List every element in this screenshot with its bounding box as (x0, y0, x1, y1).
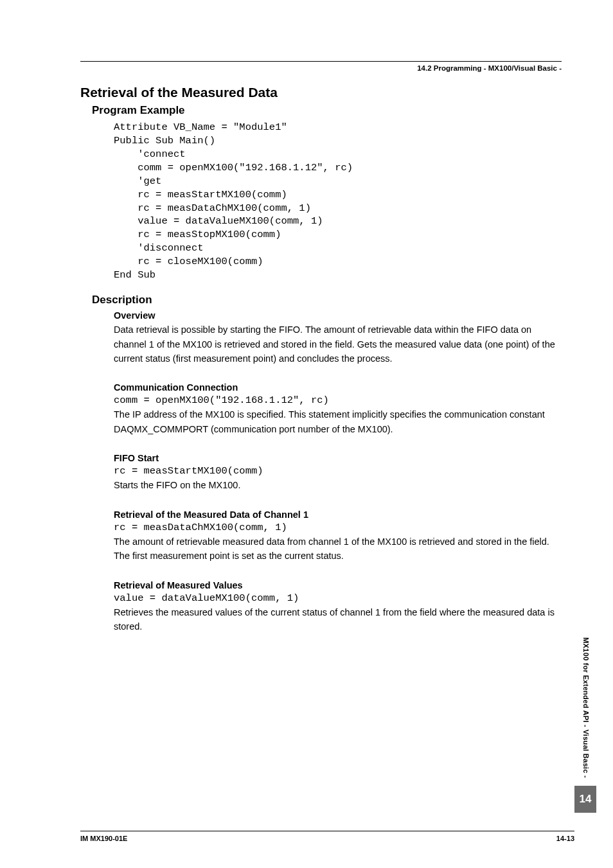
page-title: Retrieval of the Measured Data (80, 85, 562, 100)
section-body: Data retrieval is possible by starting t… (114, 323, 562, 366)
section-retrieval-channel-1: Retrieval of the Measured Data of Channe… (114, 509, 562, 563)
section-title: FIFO Start (114, 453, 562, 463)
description-heading: Description (92, 294, 562, 306)
page-footer: IM MX190-01E 14-13 (80, 831, 574, 842)
header-rule (80, 61, 562, 62)
section-title: Retrieval of Measured Values (114, 580, 562, 590)
section-title: Retrieval of the Measured Data of Channe… (114, 509, 562, 520)
footer-page-number: 14-13 (556, 835, 574, 842)
section-body: Starts the FIFO on the MX100. (114, 478, 562, 492)
section-code: rc = measDataChMX100(comm, 1) (114, 522, 562, 533)
section-fifo-start: FIFO Start rc = measStartMX100(comm) Sta… (114, 453, 562, 492)
section-code: comm = openMX100("192.168.1.12", rc) (114, 394, 562, 406)
section-body: The amount of retrievable measured data … (114, 535, 562, 563)
section-body: The IP address of the MX100 is specified… (114, 407, 562, 436)
side-tab-label: MX100 for Extended API - Visual Basic - (582, 637, 590, 778)
section-communication-connection: Communication Connection comm = openMX10… (114, 382, 562, 436)
chapter-badge: 14 (574, 786, 596, 813)
program-example-code: Attribute VB_Name = "Module1" Public Sub… (114, 121, 562, 282)
section-code: value = dataValueMX100(comm, 1) (114, 592, 562, 604)
section-body: Retrieves the measured values of the cur… (114, 605, 562, 634)
section-title: Overview (114, 310, 562, 321)
section-retrieval-measured-values: Retrieval of Measured Values value = dat… (114, 580, 562, 634)
footer-doc-id: IM MX190-01E (80, 835, 127, 842)
section-code: rc = measStartMX100(comm) (114, 465, 562, 477)
program-example-heading: Program Example (92, 104, 562, 117)
section-overview: Overview Data retrieval is possible by s… (114, 310, 562, 366)
section-title: Communication Connection (114, 382, 562, 393)
header-section-ref: 14.2 Programming - MX100/Visual Basic - (80, 64, 562, 72)
footer-rule (80, 831, 574, 831)
